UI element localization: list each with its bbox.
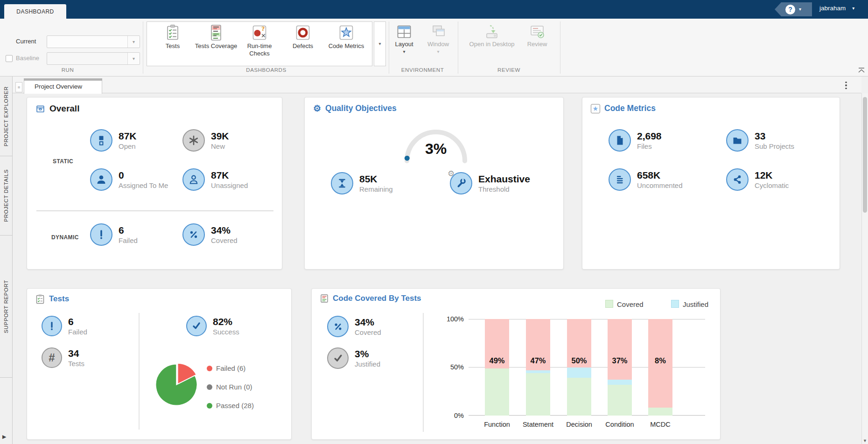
chevron-down-icon: ▾ <box>799 7 801 12</box>
code-metrics-card: ★ Code Metrics 2,698Files 33Sub Projects <box>582 97 840 270</box>
stat-open[interactable]: 87KOpen <box>90 129 137 152</box>
wrench-icon: ⚙ <box>450 172 472 194</box>
person-filled-icon <box>90 168 112 191</box>
stat-new[interactable]: 39KNew <box>182 129 229 152</box>
legend-label-justified: Justified <box>683 300 708 308</box>
legend-dot-failed <box>207 366 212 371</box>
legend-dot-not-run <box>207 384 212 390</box>
help-menu[interactable]: ? ▾ <box>775 2 812 16</box>
chevron-down-icon: ▾ <box>403 49 405 54</box>
review-icon <box>529 24 546 39</box>
svg-text:✕: ✕ <box>261 32 266 39</box>
scrollbar-thumb[interactable] <box>863 97 867 213</box>
stat-failed[interactable]: 6Failed <box>90 223 138 246</box>
collapse-ribbon-button[interactable] <box>858 67 865 74</box>
stat-unassigned[interactable]: 87KUnassigned <box>182 168 248 191</box>
legend-swatch-covered <box>605 300 613 308</box>
stat-tests-success[interactable]: 82%Success <box>186 316 239 336</box>
review-button: Review <box>521 24 553 48</box>
current-select[interactable]: ▾ <box>47 35 140 48</box>
open-results-icon <box>90 129 112 152</box>
group-label-dashboards: DASHBOARDS <box>147 67 386 73</box>
stat-assigned-to-me[interactable]: 0Assigned To Me <box>90 168 168 191</box>
bar-value-label: 50% <box>567 356 591 365</box>
stat-sub-projects[interactable]: 33Sub Projects <box>726 129 794 152</box>
bar-function <box>485 319 509 416</box>
divider <box>139 313 140 430</box>
ytick-50: 50% <box>439 363 464 371</box>
current-label: Current <box>16 38 36 45</box>
baseline-select: ▾ <box>47 52 140 65</box>
sidebar-tab-project-explorer[interactable]: PROJECT EXPLORER <box>0 76 12 156</box>
bar-covered <box>608 385 632 416</box>
overall-card-title: Overall <box>35 104 79 114</box>
stat-tests-failed[interactable]: 6Failed <box>42 316 87 336</box>
share-nodes-icon <box>726 168 749 191</box>
sidebar-tab-support-report[interactable]: SUPPORT REPORT <box>0 236 12 378</box>
legend-dot-passed <box>207 403 212 409</box>
stat-coverage-covered[interactable]: 34%Covered <box>327 316 381 337</box>
baseline-label: Baseline <box>16 55 39 62</box>
drag-grip-icon[interactable]: ≡ <box>15 82 22 92</box>
tab-options-menu-icon[interactable] <box>843 80 849 90</box>
bar-covered <box>526 373 550 416</box>
defects-dashboard-button[interactable]: Defects <box>281 24 324 50</box>
stat-tests-count[interactable]: # 34Tests <box>42 347 84 368</box>
box-icon <box>35 104 45 114</box>
bar-condition <box>608 319 632 416</box>
stat-remaining[interactable]: 85KRemaining <box>331 172 393 194</box>
asterisk-icon <box>182 129 205 152</box>
category-label: Condition <box>599 421 641 428</box>
tests-coverage-dashboard-button[interactable]: Tests Coverage <box>195 24 238 50</box>
lines-icon <box>609 168 631 191</box>
percent-icon <box>327 316 349 337</box>
tests-icon <box>166 24 180 41</box>
tests-pie-chart <box>154 362 199 407</box>
bar-decision <box>567 319 591 416</box>
ribbon: Current ▾ Baseline ▾ RUN Tests <box>0 19 868 76</box>
chevron-down-icon: ▾ <box>127 53 140 64</box>
open-in-desktop-button: Open in Desktop <box>466 24 518 48</box>
stat-files[interactable]: 2,698Files <box>609 129 662 152</box>
scrollbar-down-icon[interactable]: ▼ <box>862 438 868 443</box>
bar-value-label: 8% <box>648 356 672 365</box>
username: jabraham <box>819 5 846 12</box>
help-icon: ? <box>785 5 795 14</box>
legend-item-failed: Failed (6) <box>207 364 245 372</box>
coverage-card-title: Code Covered By Tests <box>320 294 421 303</box>
tests-coverage-icon <box>210 24 222 41</box>
stat-coverage-justified[interactable]: 3%Justified <box>327 347 380 369</box>
stat-uncommented[interactable]: 658KUncommented <box>609 168 683 191</box>
tab-project-overview[interactable]: Project Overview <box>24 78 102 94</box>
legend-label-covered: Covered <box>617 300 644 308</box>
hash-icon: # <box>42 347 62 368</box>
chevron-down-icon[interactable]: ▾ <box>127 36 140 48</box>
divider <box>36 210 273 211</box>
baseline-checkbox[interactable] <box>6 55 13 62</box>
stat-covered[interactable]: 34%Covered <box>182 223 238 246</box>
sidebar-tab-project-details[interactable]: PROJECT DETAILS <box>0 156 12 236</box>
legend-swatch-justified <box>671 300 679 308</box>
gauge-value: 3% <box>399 140 473 158</box>
check-icon <box>186 316 207 336</box>
user-menu[interactable]: jabraham ▾ <box>819 5 854 12</box>
coverage-card: Code Covered By Tests 34%Covered 3%Justi… <box>311 288 721 440</box>
chevron-down-icon: ▾ <box>437 49 439 54</box>
ytick-0: 0% <box>439 412 464 419</box>
stat-threshold[interactable]: ⚙ ExhaustiveThreshold <box>450 172 530 194</box>
file-icon <box>609 129 631 152</box>
bar-uncovered <box>608 319 632 380</box>
coverage-icon <box>320 294 329 303</box>
tab-dashboard[interactable]: DASHBOARD <box>4 4 66 19</box>
vertical-scrollbar[interactable]: ▼ <box>861 93 868 444</box>
runtime-checks-dashboard-button[interactable]: ? ✕ Run-time Checks <box>238 24 281 58</box>
tests-dashboard-button[interactable]: Tests <box>151 24 194 50</box>
ribbon-separator <box>143 21 143 74</box>
category-label: Function <box>476 421 518 428</box>
window-button: Window ▾ <box>417 24 460 54</box>
expand-panel-icon[interactable]: ▶ <box>2 434 6 440</box>
stat-cyclomatic[interactable]: 12KCyclomatic <box>726 168 789 191</box>
clipboard-icon <box>35 294 45 304</box>
code-metrics-dashboard-button[interactable]: Code Metrics <box>325 24 368 50</box>
category-label: Decision <box>558 421 600 428</box>
